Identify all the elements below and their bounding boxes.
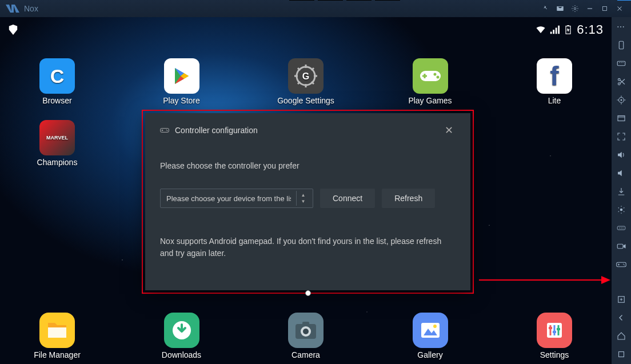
app-browser[interactable]: CBrowser [23,58,91,105]
shake-icon[interactable] [615,203,628,216]
select-chevron-icon: ▲▼ [296,191,310,206]
svg-point-55 [619,227,620,229]
svg-rect-58 [617,244,623,249]
add-instance-icon[interactable] [615,293,628,306]
svg-marker-41 [601,276,610,284]
minimize-button[interactable] [583,2,597,15]
app-row-2: MARVELChampions [23,120,91,167]
app-label: Play Games [408,96,452,105]
controller-mapping-icon[interactable] [615,222,628,234]
svg-rect-26 [302,322,309,325]
svg-point-53 [620,209,623,211]
window-titlebar: Nox [0,0,631,17]
close-button[interactable] [613,2,626,15]
champions-icon: MARVEL [39,120,75,155]
modal-highlight-border: Controller configuration ✕ Please choose… [142,110,474,294]
settings-icon [537,313,572,348]
app-fb-lite[interactable]: fLite [520,58,589,105]
device-select[interactable]: Please choose your device from the list [160,189,313,208]
svg-point-39 [167,130,167,131]
fullscreen-icon[interactable] [615,130,628,143]
svg-rect-27 [421,323,440,338]
app-label: File Manager [34,350,81,359]
svg-point-45 [621,62,622,63]
app-label: Play Store [163,96,200,105]
play-games-icon [413,58,448,94]
windowed-icon[interactable] [615,112,628,125]
modal-resize-handle[interactable] [305,290,311,296]
svg-point-44 [619,62,620,63]
annotation-arrow [479,273,610,287]
app-downloads[interactable]: Downloads [147,313,216,359]
app-title: Nox [24,4,38,13]
app-label: Browser [42,96,71,105]
app-play-store[interactable]: Play Store [147,58,216,105]
signal-icon [549,25,560,34]
app-file-manager[interactable]: File Manager [23,313,91,359]
svg-point-46 [622,62,624,63]
shield-notification-icon[interactable] [8,25,18,35]
fb-lite-icon: f [537,58,572,94]
svg-rect-34 [549,327,552,329]
browser-icon: C [39,58,75,94]
app-label: Settings [540,350,569,359]
svg-point-61 [624,265,625,266]
app-label: Champions [37,158,78,167]
app-label: Downloads [162,350,201,359]
app-settings[interactable]: Settings [520,313,589,359]
app-google-settings[interactable]: GGoogle Settings [271,58,340,105]
app-label: Camera [291,350,320,359]
play-store-icon [164,58,199,94]
svg-rect-36 [557,328,560,330]
gamepad-icon [160,126,169,135]
keyboard-icon[interactable] [615,57,628,70]
svg-point-57 [622,227,624,229]
mail-button[interactable] [553,2,567,15]
svg-rect-51 [618,116,625,121]
app-champions[interactable]: MARVELChampions [23,120,91,167]
app-logo-group: Nox [5,3,38,14]
svg-point-29 [433,325,437,328]
pin-button[interactable] [538,2,552,15]
refresh-button[interactable]: Refresh [382,189,435,208]
svg-rect-35 [553,331,556,333]
svg-rect-1 [588,8,592,9]
modal-title: Controller configuration [175,126,258,135]
svg-rect-2 [603,7,607,11]
app-gallery[interactable]: Gallery [396,313,465,359]
modal-close-button[interactable]: ✕ [442,123,456,137]
location-icon[interactable] [615,94,628,106]
svg-point-20 [433,73,436,76]
wifi-icon [536,25,546,34]
connect-button[interactable]: Connect [320,189,375,208]
android-status-bar: 6:13 [0,22,612,38]
scissors-icon[interactable] [615,75,628,88]
apk-install-icon[interactable] [615,185,628,198]
svg-point-60 [623,264,624,265]
device-select-wrap[interactable]: Please choose your device from the list … [160,189,313,208]
app-camera[interactable]: Camera [271,313,340,359]
gallery-icon [413,313,448,348]
camera-icon [288,313,324,348]
nox-logo-icon [5,3,21,14]
window-controls [538,2,626,15]
recorder-icon[interactable] [615,240,628,253]
maximize-button[interactable] [598,2,612,15]
dock-row: File ManagerDownloadsCameraGallerySettin… [23,313,589,359]
app-play-games[interactable]: Play Games [396,58,465,105]
recent-apps-icon[interactable] [615,348,628,361]
svg-point-50 [621,99,622,101]
volume-down-icon[interactable] [615,167,628,179]
file-manager-icon [39,313,75,348]
gamepad-config-icon[interactable] [615,258,628,271]
volume-up-icon[interactable] [615,149,628,161]
back-icon[interactable] [615,311,628,324]
svg-point-0 [574,7,576,10]
rotate-icon[interactable] [615,39,628,51]
settings-button[interactable] [568,2,582,15]
home-icon[interactable] [615,330,628,342]
emulator-side-toolbar: ⋯ [612,17,631,364]
svg-point-56 [621,227,622,229]
clock-text: 6:13 [577,22,604,37]
more-icon[interactable]: ⋯ [615,21,628,33]
